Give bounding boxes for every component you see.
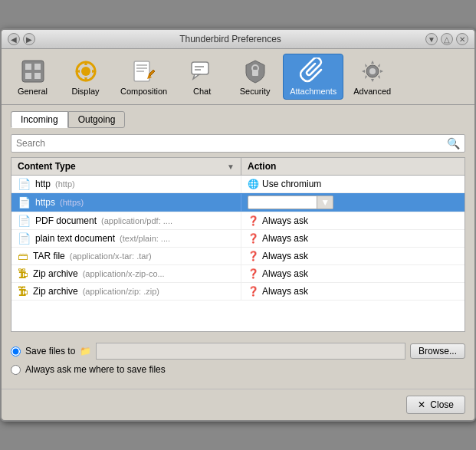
save-files-radio[interactable] [11,347,21,356]
file-icon: 📄 [18,196,31,209]
action-text: Always ask [262,215,308,226]
table-row[interactable]: 📄 plain text document (text/plain: .... … [11,230,465,248]
action-icon: 🌐 [248,179,259,189]
table-row[interactable]: 🗜 Zip archive (application/x-zip-co... ❓… [11,265,465,283]
table-row[interactable]: 📄 https (https) Use chromium ▼ [11,193,465,212]
content-type-table: Content Type ▼ Action 📄 http (http) 🌐 Us… [11,157,465,332]
action-dropdown[interactable]: Use chromium ▼ [248,195,333,209]
type-name: PDF document [35,215,97,226]
row-action-https: Use chromium ▼ [241,193,465,212]
display-label: Display [71,87,99,96]
nav-forward-btn[interactable]: ▶ [23,33,35,45]
svg-rect-4 [34,73,41,79]
row-action-pdf: ❓ Always ask [241,213,465,228]
svg-rect-1 [25,64,31,70]
dropdown-text: Use chromium [248,196,317,209]
question-icon: ❓ [248,215,259,226]
row-action-http: 🌐 Use chromium [241,176,465,192]
save-path-input[interactable] [96,343,405,360]
dropdown-arrow[interactable]: ▼ [317,196,333,209]
type-subtype: (application/pdf: .... [101,216,172,225]
search-icon: 🔍 [447,137,460,149]
toolbar-item-display[interactable]: Display [61,54,110,100]
row-type-zip1: 🗜 Zip archive (application/x-zip-co... [11,265,241,282]
action-text: Always ask [262,233,308,244]
type-subtype: (https) [60,198,84,207]
row-type-pdf: 📄 PDF document (application/pdf: .... [11,212,241,229]
file-icon: 📄 [18,178,31,190]
search-input[interactable] [16,138,447,149]
toolbar-item-security[interactable]: Security [230,54,280,100]
row-action-zip1: ❓ Always ask [241,266,465,281]
file-icon: 🗜 [18,285,28,297]
question-icon: ❓ [248,286,259,297]
preferences-window: ◀ ▶ Thunderbird Preferences ▼ △ ✕ Genera… [0,28,476,422]
table-empty-area [11,301,465,331]
advanced-label: Advanced [353,87,391,96]
svg-point-18 [369,68,376,74]
browse-button[interactable]: Browse... [410,343,465,359]
toolbar: General Display [2,49,474,105]
header-content-type: Content Type ▼ [11,158,241,175]
save-files-label: Save files to [25,346,75,356]
action-text: Use chromium [262,179,321,189]
toolbar-item-attachments[interactable]: Attachments [283,54,343,100]
svg-rect-2 [34,64,41,70]
toolbar-item-chat[interactable]: Chat [177,54,227,100]
row-type-http: 📄 http (http) [11,176,241,192]
content-area: Incoming Outgoing 🔍 Content Type ▼ Actio… [2,105,474,389]
composition-icon [130,57,158,85]
question-icon: ❓ [248,251,259,261]
tab-outgoing[interactable]: Outgoing [68,111,126,128]
always-ask-row: Always ask me where to save files [11,364,465,375]
footer: ✕ Close [2,389,474,420]
table-row[interactable]: 🗜 Zip archive (application/zip: .zip) ❓ … [11,283,465,301]
save-options: Save files to 📁 Browse... Always ask me … [11,338,465,375]
window-title: Thunderbird Preferences [179,34,281,44]
minimize-btn[interactable]: ▼ [425,33,438,45]
close-window-btn[interactable]: ✕ [456,33,468,45]
nav-back-btn[interactable]: ◀ [8,33,20,45]
type-subtype: (application/zip: .zip) [83,287,159,296]
display-icon [72,57,100,85]
file-icon: 📄 [18,215,31,227]
always-ask-label: Always ask me where to save files [25,364,166,375]
composition-label: Composition [120,87,167,96]
row-action-plain: ❓ Always ask [241,231,465,246]
maximize-btn[interactable]: △ [441,33,453,45]
general-icon [19,57,47,85]
toolbar-item-advanced[interactable]: Advanced [346,54,398,100]
row-action-zip2: ❓ Always ask [241,284,465,299]
tab-incoming[interactable]: Incoming [11,111,68,128]
question-icon: ❓ [248,233,259,244]
sort-icon: ▼ [227,163,235,171]
type-subtype: (http) [55,179,75,189]
action-text: Always ask [262,251,308,261]
row-type-plain: 📄 plain text document (text/plain: .... [11,230,241,247]
type-name: https [35,197,55,208]
close-icon: ✕ [418,399,425,410]
type-name: Zip archive [33,286,78,297]
close-label: Close [430,399,454,410]
table-row[interactable]: 📄 PDF document (application/pdf: .... ❓ … [11,212,465,230]
search-bar: 🔍 [11,134,465,153]
chat-icon [189,57,216,85]
folder-icon: 📁 [80,346,91,356]
svg-rect-3 [25,73,31,79]
table-row[interactable]: 🗃 TAR file (application/x-tar: .tar) ❓ A… [11,248,465,265]
always-ask-radio[interactable] [11,365,21,375]
table-row[interactable]: 📄 http (http) 🌐 Use chromium [11,176,465,193]
action-text: Always ask [262,268,308,279]
toolbar-item-composition[interactable]: Composition [113,54,174,100]
row-type-zip2: 🗜 Zip archive (application/zip: .zip) [11,283,241,300]
titlebar: ◀ ▶ Thunderbird Preferences ▼ △ ✕ [2,30,474,49]
type-name: Zip archive [33,268,78,279]
type-name: TAR file [33,251,65,261]
toolbar-item-general[interactable]: General [8,54,57,100]
type-subtype: (application/x-zip-co... [83,269,165,278]
titlebar-right-controls: ▼ △ ✕ [425,33,468,45]
file-icon: 🗜 [18,268,28,280]
security-icon [241,57,269,85]
close-button[interactable]: ✕ Close [406,396,465,414]
security-label: Security [240,87,271,96]
